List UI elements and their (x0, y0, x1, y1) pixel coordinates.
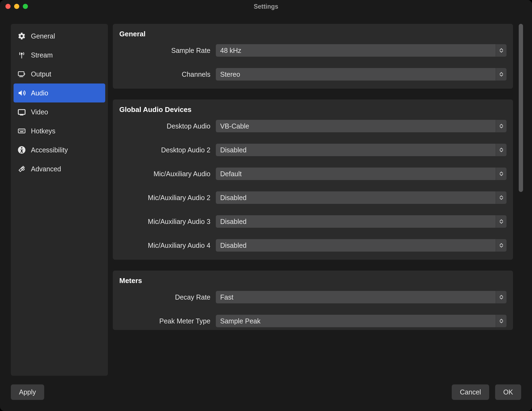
apply-button[interactable]: Apply (11, 384, 44, 400)
sidebar-item-video[interactable]: Video (11, 102, 108, 121)
form-row-mic-aux-audio-3: Mic/Auxiliary Audio 3 Disabled (119, 215, 507, 228)
sidebar-item-label: Output (31, 70, 51, 78)
desktop-audio-2-select[interactable]: Disabled (216, 144, 507, 156)
select-value: Disabled (216, 144, 496, 156)
content-area: General Stream Output Audio (0, 13, 532, 381)
channels-select[interactable]: Stereo (216, 68, 507, 81)
form-row-desktop-audio-2: Desktop Audio 2 Disabled (119, 144, 507, 156)
chevron-updown-icon (496, 68, 507, 81)
main-scroll-wrap: General Sample Rate 48 kHz Channels (113, 24, 527, 376)
mic-aux-audio-4-select[interactable]: Disabled (216, 239, 507, 252)
select-value: Default (216, 168, 496, 180)
window-title: Settings (254, 3, 278, 10)
chevron-updown-icon (496, 315, 507, 327)
chevron-updown-icon (496, 291, 507, 303)
close-window-button[interactable] (5, 4, 11, 9)
zoom-window-button[interactable] (23, 4, 28, 9)
sidebar-item-hotkeys[interactable]: Hotkeys (11, 121, 108, 140)
form-row-mic-aux-audio-4: Mic/Auxiliary Audio 4 Disabled (119, 239, 507, 252)
section-title: Global Audio Devices (119, 105, 507, 114)
form-label: Mic/Auxiliary Audio 3 (119, 218, 216, 226)
tools-icon (17, 165, 26, 173)
chevron-updown-icon (496, 239, 507, 252)
desktop-audio-select[interactable]: VB-Cable (216, 120, 507, 132)
titlebar: Settings (0, 0, 532, 13)
select-value: Disabled (216, 191, 496, 204)
settings-window: Settings General Stream Output (0, 0, 532, 411)
sidebar-item-label: Accessibility (31, 146, 68, 154)
antenna-icon (17, 51, 26, 59)
keyboard-icon (17, 127, 26, 135)
form-row-decay-rate: Decay Rate Fast (119, 291, 507, 303)
form-row-desktop-audio: Desktop Audio VB-Cable (119, 120, 507, 132)
form-label: Mic/Auxiliary Audio 2 (119, 194, 216, 202)
form-row-mic-aux-audio-2: Mic/Auxiliary Audio 2 Disabled (119, 191, 507, 204)
video-icon (17, 108, 26, 116)
sidebar-item-advanced[interactable]: Advanced (11, 159, 108, 178)
sidebar-item-output[interactable]: Output (11, 65, 108, 84)
form-label: Peak Meter Type (119, 317, 216, 325)
form-label: Decay Rate (119, 293, 216, 301)
form-label: Channels (119, 70, 216, 78)
peak-meter-type-select[interactable]: Sample Peak (216, 315, 507, 327)
section-title: General (119, 30, 507, 38)
section-meters: Meters Decay Rate Fast Peak Meter Typ (113, 271, 513, 330)
accessibility-icon (17, 146, 26, 154)
gear-icon (17, 32, 26, 40)
sidebar-item-label: Video (31, 108, 48, 116)
section-general: General Sample Rate 48 kHz Channels (113, 24, 513, 89)
chevron-updown-icon (496, 120, 507, 132)
sidebar-item-label: Advanced (31, 165, 61, 173)
svg-rect-2 (18, 72, 24, 76)
form-label: Sample Rate (119, 47, 216, 54)
form-label: Mic/Auxiliary Audio 4 (119, 242, 216, 249)
form-row-sample-rate: Sample Rate 48 kHz (119, 44, 507, 57)
mic-aux-audio-3-select[interactable]: Disabled (216, 215, 507, 228)
select-value: Sample Peak (216, 315, 496, 327)
settings-sidebar: General Stream Output Audio (11, 24, 108, 376)
form-row-channels: Channels Stereo (119, 68, 507, 81)
svg-rect-4 (18, 110, 25, 114)
settings-main: General Sample Rate 48 kHz Channels (113, 24, 513, 376)
form-label: Desktop Audio 2 (119, 146, 216, 154)
chevron-updown-icon (496, 44, 507, 57)
audio-icon (17, 89, 26, 97)
svg-point-0 (21, 53, 23, 54)
cancel-button[interactable]: Cancel (452, 384, 489, 400)
form-row-mic-aux-audio: Mic/Auxiliary Audio Default (119, 168, 507, 180)
sidebar-item-label: Stream (31, 51, 53, 59)
decay-rate-select[interactable]: Fast (216, 291, 507, 303)
sidebar-item-label: Hotkeys (31, 127, 55, 135)
section-global-audio-devices: Global Audio Devices Desktop Audio VB-Ca… (113, 99, 513, 260)
sidebar-item-label: Audio (31, 89, 48, 97)
sidebar-item-stream[interactable]: Stream (11, 46, 108, 65)
section-title: Meters (119, 277, 507, 285)
chevron-updown-icon (496, 191, 507, 204)
mic-aux-audio-2-select[interactable]: Disabled (216, 191, 507, 204)
scrollbar-thumb[interactable] (519, 24, 523, 192)
select-value: 48 kHz (216, 44, 496, 57)
select-value: Fast (216, 291, 496, 303)
sample-rate-select[interactable]: 48 kHz (216, 44, 507, 57)
form-label: Mic/Auxiliary Audio (119, 170, 216, 178)
select-value: Stereo (216, 68, 496, 81)
footer: Apply Cancel OK (0, 381, 532, 411)
minimize-window-button[interactable] (14, 4, 19, 9)
form-label: Desktop Audio (119, 122, 216, 130)
sidebar-item-general[interactable]: General (11, 27, 108, 46)
chevron-updown-icon (496, 144, 507, 156)
window-controls (5, 4, 28, 9)
scrollbar[interactable] (518, 24, 524, 376)
chevron-updown-icon (496, 215, 507, 228)
sidebar-item-label: General (31, 32, 55, 40)
select-value: Disabled (216, 239, 496, 252)
chevron-updown-icon (496, 168, 507, 180)
svg-rect-6 (18, 129, 25, 133)
select-value: VB-Cable (216, 120, 496, 132)
mic-aux-audio-select[interactable]: Default (216, 168, 507, 180)
select-value: Disabled (216, 215, 496, 228)
sidebar-item-accessibility[interactable]: Accessibility (11, 140, 108, 159)
sidebar-item-audio[interactable]: Audio (14, 84, 105, 102)
svg-point-13 (21, 147, 23, 149)
ok-button[interactable]: OK (495, 384, 521, 400)
